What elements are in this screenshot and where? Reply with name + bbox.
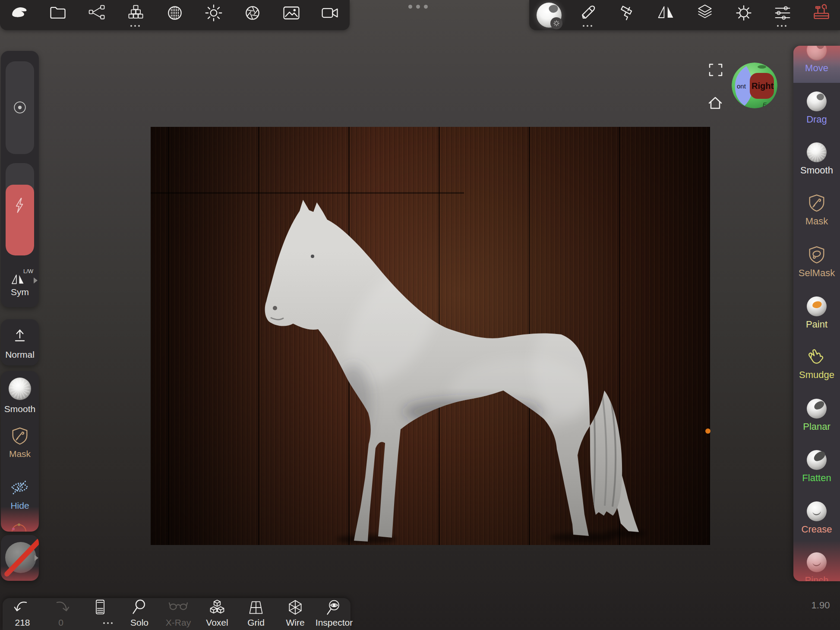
top-toolbar-right — [529, 0, 840, 30]
grid-button[interactable]: Grid — [237, 598, 275, 630]
brush-settings-gear-badge[interactable] — [550, 17, 562, 29]
settings-gear-icon[interactable] — [734, 0, 753, 25]
fullscreen-button[interactable] — [707, 61, 724, 79]
symmetry-icon — [9, 271, 27, 289]
history-pages-button[interactable] — [81, 598, 120, 630]
hide-button[interactable] — [9, 476, 30, 499]
radius-slider[interactable] — [6, 61, 34, 154]
brush-panel-scroll-fade — [1, 507, 39, 532]
undo-button[interactable]: 218 — [3, 598, 42, 630]
nomad-logo-icon[interactable] — [10, 0, 29, 25]
symmetry-label: Sym — [1, 287, 39, 297]
tool-flatten[interactable]: Flatten — [793, 450, 840, 484]
viewport-menu-dots[interactable] — [408, 5, 428, 9]
camera-icon[interactable] — [321, 0, 340, 25]
home-view-button[interactable] — [707, 94, 724, 111]
stroke-pencil-icon[interactable] — [579, 0, 598, 25]
falloff-panel-scroll-fade — [1, 566, 39, 581]
layer-pyramid-more-dots — [130, 25, 140, 27]
orientation-gizmo[interactable]: ont Right E — [731, 62, 778, 109]
active-brush-sphere-icon[interactable] — [537, 3, 562, 28]
material-roller-icon[interactable] — [618, 0, 637, 25]
layer-pyramid-icon[interactable] — [126, 0, 145, 25]
tool-mask[interactable]: Mask — [793, 193, 840, 227]
background-image-icon[interactable] — [282, 0, 301, 25]
tool-move[interactable]: Move — [793, 46, 840, 74]
version-text: 1.90 — [801, 600, 840, 611]
tool-pinch[interactable]: Pinch — [793, 552, 840, 581]
redo-count: 0 — [41, 617, 80, 628]
stroke-more-dots — [583, 25, 592, 27]
sliders-more-dots — [777, 25, 786, 27]
normal-label: Normal — [1, 350, 39, 360]
smooth-brush-button[interactable] — [9, 377, 31, 400]
topology-sphere-icon[interactable] — [165, 0, 184, 25]
tool-crease[interactable]: Crease — [793, 501, 840, 535]
sliders-icon[interactable] — [773, 0, 792, 25]
redo-button[interactable]: 0 — [41, 598, 80, 630]
open-folder-icon[interactable] — [49, 0, 68, 25]
scene-graph-icon[interactable] — [88, 0, 107, 25]
undo-count: 218 — [3, 617, 42, 628]
left-panel-falloff[interactable] — [1, 535, 39, 581]
tool-smudge[interactable]: Smudge — [793, 347, 840, 381]
horse-model: " — [151, 127, 710, 545]
symmetry-mirror-icon[interactable] — [657, 0, 676, 25]
toolbox-icon[interactable] — [812, 0, 831, 25]
voxel-button[interactable]: Voxel — [198, 598, 237, 630]
gizmo-front-label: ont — [737, 82, 746, 90]
viewport-canvas[interactable]: " — [151, 127, 710, 545]
bottom-toolbar: 218 0 Solo X-Ray Voxel Grid — [3, 598, 351, 630]
layers-stack-icon[interactable] — [695, 0, 714, 25]
postprocess-aperture-icon[interactable] — [243, 0, 262, 25]
orange-marker-dot[interactable] — [705, 428, 711, 434]
left-panel-normal[interactable]: Normal — [1, 319, 39, 365]
gizmo-right-label: Right — [752, 81, 774, 91]
gizmo-bottom-label: E — [763, 101, 767, 108]
wire-button[interactable]: Wire — [276, 598, 315, 630]
lighting-sun-icon[interactable] — [204, 0, 223, 25]
symmetry-button[interactable]: L/W Sym — [1, 262, 39, 305]
tool-selmask[interactable]: SelMask — [793, 245, 840, 279]
intensity-slider[interactable] — [6, 163, 34, 255]
mask-brush-button[interactable] — [10, 426, 30, 448]
wood-seam — [151, 192, 464, 193]
symmetry-expand-chevron — [34, 277, 38, 284]
inspector-button[interactable]: Inspector — [315, 598, 354, 630]
app-window: " 235 MB / 1.4 Scene vertices： 489k — [0, 0, 840, 630]
sculpt-tools-sidebar: Move Drag Smooth Mask SelMask P — [793, 46, 840, 581]
tool-smooth[interactable]: Smooth — [793, 142, 840, 176]
history-more-dots — [103, 622, 113, 624]
solo-button[interactable]: Solo — [120, 598, 159, 630]
tool-paint[interactable]: Paint — [793, 296, 840, 330]
left-panel-brushes: Smooth Mask Hide — [1, 371, 39, 532]
xray-button[interactable]: X-Ray — [159, 598, 198, 630]
mask-brush-label: Mask — [1, 449, 39, 459]
smooth-brush-label: Smooth — [1, 404, 39, 414]
tool-planar[interactable]: Planar — [793, 398, 840, 432]
falloff-expand-chevron — [35, 555, 38, 561]
tool-drag[interactable]: Drag — [793, 91, 840, 125]
top-toolbar-left — [0, 0, 350, 30]
left-panel-sliders-sym: L/W Sym — [1, 51, 39, 307]
normal-arrow-icon — [10, 324, 29, 345]
